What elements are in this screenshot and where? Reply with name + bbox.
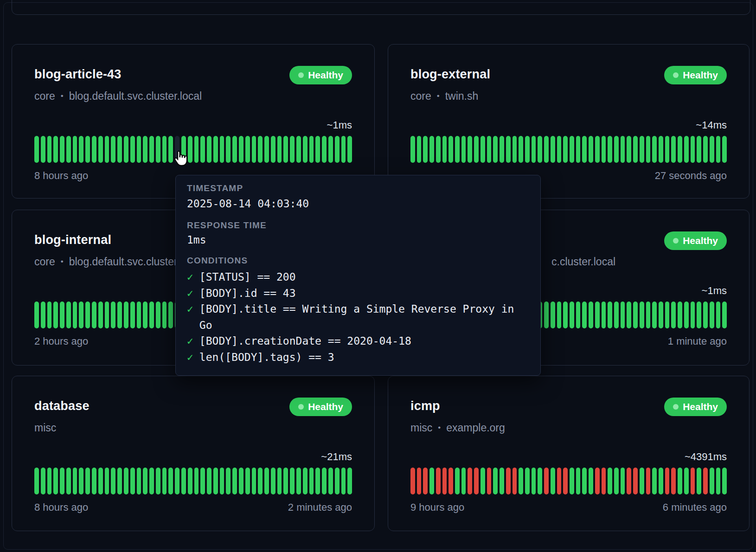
uptime-bar[interactable] <box>252 468 256 494</box>
uptime-bar[interactable] <box>633 136 638 163</box>
uptime-bar[interactable] <box>143 468 147 494</box>
uptime-bar[interactable] <box>659 468 663 494</box>
uptime-bar[interactable] <box>410 468 415 494</box>
uptime-bar[interactable] <box>582 302 587 328</box>
endpoint-title[interactable]: blog-article-43 <box>34 67 122 83</box>
uptime-bar[interactable] <box>85 136 90 163</box>
uptime-bar[interactable] <box>608 468 612 494</box>
uptime-bar[interactable] <box>322 136 327 163</box>
uptime-bar[interactable] <box>652 302 657 328</box>
uptime-bar[interactable] <box>608 302 612 328</box>
uptime-bar[interactable] <box>181 136 186 163</box>
uptime-bar[interactable] <box>671 468 676 494</box>
uptime-bar[interactable] <box>525 136 530 163</box>
uptime-bar[interactable] <box>646 136 651 163</box>
uptime-bar[interactable] <box>328 468 333 494</box>
uptime-bar[interactable] <box>602 468 606 494</box>
uptime-bar[interactable] <box>271 468 275 494</box>
uptime-bar[interactable] <box>117 136 122 163</box>
uptime-bar[interactable] <box>168 302 173 328</box>
uptime-bar[interactable] <box>582 136 587 163</box>
uptime-bar[interactable] <box>595 468 600 494</box>
uptime-bar[interactable] <box>92 302 96 328</box>
uptime-bar[interactable] <box>315 468 320 494</box>
uptime-bar[interactable] <box>335 468 340 494</box>
uptime-bar[interactable] <box>684 468 689 494</box>
uptime-bar[interactable] <box>671 302 676 328</box>
uptime-bar[interactable] <box>283 468 288 494</box>
uptime-bar[interactable] <box>678 468 682 494</box>
uptime-bar[interactable] <box>53 136 58 163</box>
uptime-bar[interactable] <box>621 468 625 494</box>
uptime-bar[interactable] <box>117 468 122 494</box>
uptime-bar[interactable] <box>563 468 568 494</box>
uptime-bar[interactable] <box>557 302 562 328</box>
uptime-bar[interactable] <box>563 136 568 163</box>
uptime-bar[interactable] <box>271 136 275 163</box>
uptime-bar[interactable] <box>665 468 670 494</box>
uptime-bar[interactable] <box>582 468 587 494</box>
uptime-bar[interactable] <box>589 302 593 328</box>
uptime-bar[interactable] <box>213 468 218 494</box>
uptime-bar[interactable] <box>481 468 485 494</box>
uptime-bar[interactable] <box>309 468 314 494</box>
uptime-bar[interactable] <box>175 468 179 494</box>
uptime-bar[interactable] <box>41 302 45 328</box>
uptime-bar[interactable] <box>716 302 721 328</box>
uptime-bar[interactable] <box>181 468 186 494</box>
uptime-bar[interactable] <box>589 468 593 494</box>
uptime-bar[interactable] <box>697 468 701 494</box>
uptime-bar[interactable] <box>710 302 714 328</box>
uptime-bar[interactable] <box>156 136 160 163</box>
uptime-bar[interactable] <box>614 136 619 163</box>
uptime-bar[interactable] <box>41 468 45 494</box>
uptime-bar[interactable] <box>264 136 269 163</box>
uptime-bar[interactable] <box>124 136 128 163</box>
uptime-bar[interactable] <box>60 136 64 163</box>
uptime-bar[interactable] <box>551 136 555 163</box>
uptime-bar[interactable] <box>322 468 327 494</box>
uptime-bar[interactable] <box>614 302 619 328</box>
uptime-bar[interactable] <box>220 468 224 494</box>
uptime-bar[interactable] <box>149 302 154 328</box>
uptime-bar[interactable] <box>73 468 77 494</box>
uptime-bar[interactable] <box>448 136 453 163</box>
uptime-bar[interactable] <box>640 302 644 328</box>
endpoint-title[interactable]: database <box>34 399 90 415</box>
uptime-bar[interactable] <box>341 468 346 494</box>
uptime-bar[interactable] <box>315 136 320 163</box>
uptime-bar[interactable] <box>53 468 58 494</box>
uptime-bar[interactable] <box>671 136 676 163</box>
uptime-bar[interactable] <box>633 468 638 494</box>
uptime-bar[interactable] <box>448 468 453 494</box>
uptime-bar[interactable] <box>436 468 441 494</box>
uptime-bar[interactable] <box>168 136 173 163</box>
uptime-bar[interactable] <box>532 468 536 494</box>
uptime-bar[interactable] <box>92 136 96 163</box>
uptime-bar[interactable] <box>570 136 574 163</box>
uptime-bar[interactable] <box>506 136 511 163</box>
uptime-bar[interactable] <box>423 136 428 163</box>
uptime-bar[interactable] <box>66 136 71 163</box>
uptime-bar[interactable] <box>309 136 314 163</box>
uptime-bar[interactable] <box>60 302 64 328</box>
uptime-bar[interactable] <box>570 468 574 494</box>
uptime-bar[interactable] <box>640 468 644 494</box>
uptime-bar[interactable] <box>34 468 39 494</box>
uptime-bar[interactable] <box>697 302 701 328</box>
uptime-bar[interactable] <box>455 136 460 163</box>
uptime-bar[interactable] <box>149 136 154 163</box>
uptime-bar[interactable] <box>703 468 708 494</box>
uptime-bar[interactable] <box>678 302 682 328</box>
uptime-bar[interactable] <box>691 136 695 163</box>
uptime-bar[interactable] <box>595 302 600 328</box>
uptime-bar[interactable] <box>47 468 52 494</box>
uptime-bar[interactable] <box>697 136 701 163</box>
uptime-bar[interactable] <box>474 468 479 494</box>
uptime-bar[interactable] <box>563 302 568 328</box>
uptime-bar[interactable] <box>245 136 250 163</box>
uptime-bar[interactable] <box>156 302 160 328</box>
uptime-bar[interactable] <box>290 136 295 163</box>
uptime-bar[interactable] <box>79 136 83 163</box>
uptime-bar[interactable] <box>117 302 122 328</box>
